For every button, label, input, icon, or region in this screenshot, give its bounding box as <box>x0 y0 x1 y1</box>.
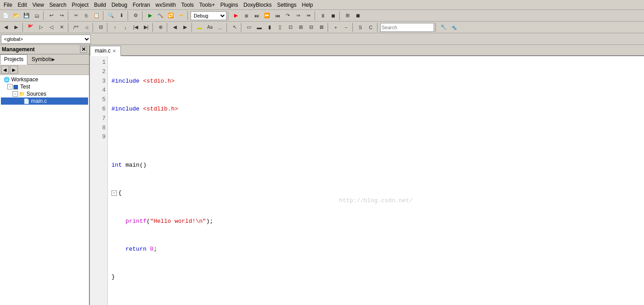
debug-next-btn[interactable]: ⏭ <box>252 11 262 21</box>
rect2-btn[interactable]: ▬ <box>254 22 264 32</box>
menu-doxyblocks[interactable]: DoxyBlocks <box>241 1 275 9</box>
menu-file[interactable]: File <box>1 1 15 9</box>
debug-next2-btn[interactable]: ⇒ <box>293 11 303 21</box>
tree-forward-btn[interactable]: ▶ <box>10 66 18 74</box>
debug-run-btn[interactable]: ▶ <box>231 11 241 21</box>
cut-btn[interactable]: ✂ <box>71 11 81 21</box>
line-end-btn[interactable]: ▶| <box>141 22 151 32</box>
case-btn[interactable]: Aa <box>205 22 215 32</box>
menu-tools-plus[interactable]: Tools+ <box>196 1 218 9</box>
view-toggle-btn[interactable]: ⊟ <box>96 22 106 32</box>
editor-tab-bar: main.c ✕ <box>90 45 644 56</box>
menu-tools[interactable]: Tools <box>178 1 196 9</box>
misc-btn2[interactable]: 🔩 <box>449 22 459 32</box>
copy-btn[interactable]: ⎘ <box>81 11 91 21</box>
pause-btn[interactable]: ⏸ <box>318 11 328 21</box>
rect7-btn[interactable]: ⊟ <box>306 22 316 32</box>
menu-wxsmith[interactable]: wxSmith <box>153 1 178 9</box>
debug-step-btn[interactable]: ⏩ <box>262 11 272 21</box>
zoom-in-btn[interactable]: + <box>331 22 341 32</box>
nav-fwd-btn[interactable]: ▶ <box>180 22 190 32</box>
bookmark-toggle-btn[interactable]: 🚩 <box>26 22 36 32</box>
redo-btn[interactable]: ↪ <box>57 11 67 21</box>
rect5-btn[interactable]: ⊡ <box>285 22 295 32</box>
menu-search[interactable]: Search <box>47 1 69 9</box>
line-begin-btn[interactable]: |◀ <box>131 22 141 32</box>
menu-edit[interactable]: Edit <box>15 1 30 9</box>
tree-main-c[interactable]: 📄 main.c <box>1 97 88 105</box>
zoom-out-btn[interactable]: − <box>341 22 351 32</box>
highlight-btn[interactable]: ▬ <box>195 22 204 32</box>
tab-close-btn[interactable]: ✕ <box>112 49 116 53</box>
fold-btn-5[interactable]: − <box>111 190 117 196</box>
management-title: Management <box>2 46 35 53</box>
forward-btn[interactable]: ▶ <box>11 22 21 32</box>
rect1-btn[interactable]: ▭ <box>244 22 254 32</box>
global-symbol-dropdown[interactable]: <global> <box>1 35 91 44</box>
management-close-btn[interactable]: ✕ <box>80 46 87 53</box>
code-editor[interactable]: 1 2 3 4 5 6 7 8 9 #include <stdio.h> #in… <box>90 56 644 305</box>
add-comment-btn[interactable]: /** <box>71 22 81 32</box>
remove-comment-btn[interactable]: ◁ <box>81 22 91 32</box>
c-btn[interactable]: C <box>366 22 376 32</box>
find-btn[interactable]: 🔍 <box>106 11 116 21</box>
build-target-dropdown[interactable]: Debug Release <box>191 11 227 20</box>
menu-build[interactable]: Build <box>91 1 109 9</box>
tree-workspace[interactable]: 🌐 Workspace <box>1 76 88 83</box>
bookmark-clear-btn[interactable]: ✕ <box>57 22 67 32</box>
cursor-btn[interactable]: ↖ <box>230 22 240 32</box>
debug-run-to-btn[interactable]: ↷ <box>283 11 293 21</box>
bookmark-prev-btn[interactable]: ◁ <box>46 22 56 32</box>
nav-back-btn[interactable]: ◀ <box>170 22 180 32</box>
menu-view[interactable]: View <box>30 1 47 9</box>
paste-btn[interactable]: 📋 <box>92 11 102 21</box>
rebuild-btn[interactable]: 🔁 <box>166 11 176 21</box>
misc2-btn[interactable]: ◼ <box>353 11 363 21</box>
menu-debug[interactable]: Debug <box>109 1 130 9</box>
menu-project[interactable]: Project <box>69 1 91 9</box>
project-expand-icon[interactable]: − <box>7 84 13 89</box>
s-btn[interactable]: S <box>355 22 365 32</box>
new-file-btn[interactable]: 📄 <box>1 11 11 21</box>
undo-btn[interactable]: ↩ <box>46 11 56 21</box>
menu-fortran[interactable]: Fortran <box>130 1 153 9</box>
debug-out-btn[interactable]: ⏮ <box>272 11 282 21</box>
bookmark-next-btn[interactable]: ▷ <box>36 22 46 32</box>
toolbar-edit: ◀ ▶ 🚩 ▷ ◁ ✕ /** ◁ ⊟ ↑ ↓ |◀ ▶| ⊕ ◀ ▶ ▬ Aa… <box>0 22 644 33</box>
goto-btn[interactable]: ⊕ <box>155 22 165 32</box>
line-num-4: 4 <box>90 86 106 95</box>
save-all-btn[interactable]: 🗂 <box>32 11 42 21</box>
settings-btn[interactable]: ⚙ <box>131 11 141 21</box>
open-file-btn[interactable]: 📂 <box>11 11 21 21</box>
search-input[interactable] <box>380 23 434 32</box>
line-next-btn[interactable]: ↓ <box>120 22 130 32</box>
rect4-btn[interactable]: ▯ <box>275 22 285 32</box>
save-btn[interactable]: 💾 <box>22 11 31 21</box>
dots-btn[interactable]: … <box>215 22 225 32</box>
tree-back-btn[interactable]: ◀ <box>1 66 9 74</box>
find-next-btn[interactable]: ⬇ <box>116 11 126 21</box>
rect8-btn[interactable]: ⊠ <box>316 22 326 32</box>
stop2-btn[interactable]: ⏹ <box>328 11 338 21</box>
editor-tab-main-c[interactable]: main.c ✕ <box>90 46 121 56</box>
rect6-btn[interactable]: ⊞ <box>296 22 306 32</box>
tree-sources[interactable]: − 📁 Sources <box>1 90 88 97</box>
line-prev-btn[interactable]: ↑ <box>110 22 120 32</box>
debug-stop-btn[interactable]: ⏹ <box>241 11 251 21</box>
stop-btn[interactable]: ↩ <box>176 11 186 21</box>
tab-projects[interactable]: Projects <box>0 54 27 65</box>
debug-step2-btn[interactable]: ⇛ <box>303 11 313 21</box>
misc-btn1[interactable]: 🔧 <box>439 22 449 32</box>
menu-plugins[interactable]: Plugins <box>218 1 240 9</box>
tree-project[interactable]: − Test <box>1 83 88 90</box>
rect3-btn[interactable]: ▮ <box>265 22 275 32</box>
run-green-btn[interactable]: ▶ <box>145 11 155 21</box>
misc1-btn[interactable]: ⊞ <box>342 11 352 21</box>
back-btn[interactable]: ◀ <box>1 22 11 32</box>
build-btn[interactable]: 🔨 <box>155 11 165 21</box>
sources-expand-icon[interactable]: − <box>13 91 18 97</box>
code-text[interactable]: #include <stdio.h> #include <stdlib.h> i… <box>108 56 644 305</box>
tab-symbols[interactable]: Symbols▸ <box>27 54 59 64</box>
menu-help[interactable]: Help <box>299 1 316 9</box>
menu-settings[interactable]: Settings <box>274 1 299 9</box>
